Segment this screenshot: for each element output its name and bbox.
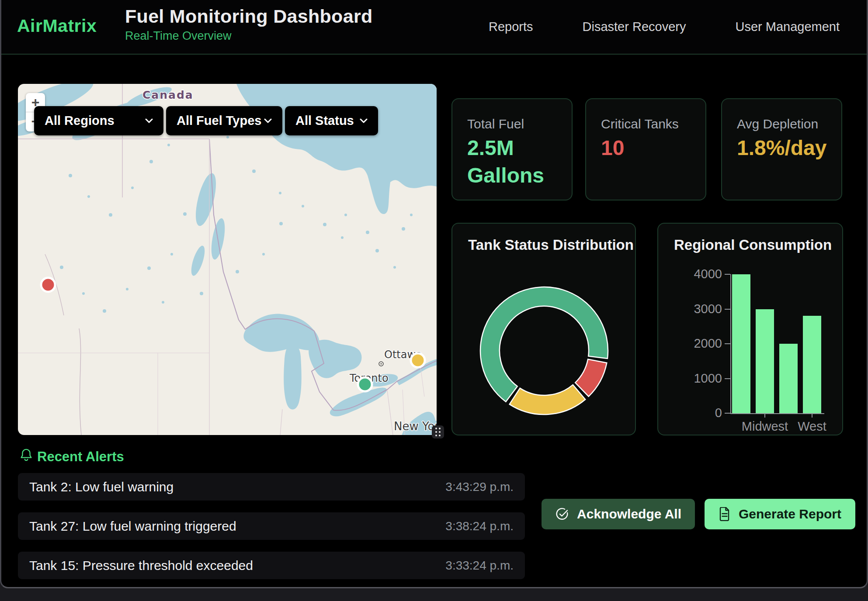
alert-message: Tank 15: Pressure threshold exceeded — [29, 552, 253, 579]
region-filter-select[interactable]: All Regions — [34, 106, 163, 135]
y-tick-label: 1000 — [678, 371, 722, 386]
donut-chart — [452, 224, 637, 435]
bar — [732, 274, 750, 413]
hudson-bay-water — [236, 84, 437, 214]
stat-label: Total Fuel — [467, 117, 524, 131]
generate-report-button[interactable]: Generate Report — [705, 499, 855, 529]
alert-row[interactable]: Tank 15: Pressure threshold exceeded 3:3… — [18, 552, 525, 579]
drag-handle-icon[interactable] — [432, 425, 444, 439]
bar — [756, 309, 774, 414]
brand-logo: AirMatrix — [17, 16, 97, 36]
stat-card-critical-tanks: Critical Tanks 10 — [585, 98, 706, 200]
dashboard-root: AirMatrix Fuel Monitoring Dashboard Real… — [0, 0, 868, 588]
title-block: Fuel Monitoring Dashboard Real-Time Over… — [125, 6, 372, 43]
bell-icon — [20, 448, 33, 462]
page-title: Fuel Monitoring Dashboard — [125, 6, 372, 27]
stat-label: Avg Depletion — [737, 117, 818, 131]
lake-erie — [330, 388, 387, 417]
nav-item-reports[interactable]: Reports — [489, 20, 533, 34]
header: AirMatrix Fuel Monitoring Dashboard Real… — [1, 0, 867, 55]
generate-report-label: Generate Report — [739, 507, 841, 522]
map-label-canada: Canada — [142, 89, 194, 101]
alert-message: Tank 27: Low fuel warning triggered — [29, 512, 236, 540]
y-tick-label: 0 — [678, 406, 722, 420]
acknowledge-all-label: Acknowledge All — [577, 507, 681, 522]
lake-michigan — [284, 345, 302, 410]
acknowledge-all-button[interactable]: Acknowledge All — [542, 499, 695, 529]
alert-timestamp: 3:38:24 p.m. — [445, 512, 514, 540]
chart-title: Tank Status Distribution — [468, 237, 634, 253]
nav-item-user-management[interactable]: User Management — [735, 20, 840, 34]
y-tick — [725, 378, 730, 379]
stat-value: 1.8%/day — [737, 134, 820, 162]
y-tick — [725, 343, 730, 344]
x-axis-line — [730, 413, 824, 414]
x-tick — [812, 414, 812, 418]
tank-marker-critical[interactable] — [41, 278, 55, 292]
x-tick — [764, 414, 765, 418]
chevron-down-icon — [264, 118, 272, 124]
stat-label: Critical Tanks — [601, 117, 679, 131]
alert-row[interactable]: Tank 2: Low fuel warning 3:43:29 p.m. — [18, 473, 525, 501]
tank-status-chart-card: Tank Status Distribution — [451, 223, 636, 435]
tank-marker-normal[interactable] — [358, 377, 372, 391]
stat-card-total-fuel: Total Fuel 2.5M Gallons — [451, 98, 573, 200]
alert-row[interactable]: Tank 27: Low fuel warning triggered 3:38… — [18, 512, 525, 540]
stat-card-avg-depletion: Avg Depletion 1.8%/day — [721, 98, 842, 200]
y-tick-label: 4000 — [678, 267, 722, 281]
fuel-type-filter-value: All Fuel Types — [177, 114, 261, 128]
bar — [779, 344, 798, 413]
capital-city-icon — [379, 362, 383, 366]
main-nav: Reports Disaster Recovery User Managemen… — [489, 0, 840, 54]
tank-map[interactable]: Canada Ottawa Toronto New York + − All R… — [18, 84, 437, 435]
status-filter-select[interactable]: All Status — [285, 106, 378, 135]
stat-value: 10 — [601, 134, 624, 162]
regional-consumption-chart-card: Regional Consumption 01000200030004000Mi… — [657, 223, 843, 435]
nav-item-disaster-recovery[interactable]: Disaster Recovery — [583, 20, 686, 34]
fuel-type-filter-select[interactable]: All Fuel Types — [166, 106, 282, 135]
donut-segment — [510, 385, 585, 414]
y-tick — [725, 413, 730, 414]
y-tick-label: 3000 — [678, 302, 722, 316]
alert-timestamp: 3:33:24 p.m. — [445, 552, 514, 579]
bar-chart: 01000200030004000MidwestWest — [658, 224, 842, 435]
lake-superior — [243, 314, 319, 352]
region-filter-value: All Regions — [45, 114, 115, 128]
bar — [803, 316, 821, 413]
map-label-new-york: New York — [394, 420, 437, 433]
tank-marker-warning[interactable] — [411, 353, 425, 367]
alerts-section-title: Recent Alerts — [37, 449, 124, 465]
y-tick — [725, 309, 730, 310]
y-axis-line — [730, 274, 731, 414]
file-text-icon — [719, 507, 731, 521]
x-tick-label: West — [777, 419, 847, 434]
y-tick-label: 2000 — [678, 336, 722, 351]
alert-timestamp: 3:43:29 p.m. — [445, 473, 514, 501]
donut-segment — [575, 359, 607, 396]
basemap: Canada Ottawa Toronto New York — [18, 84, 437, 435]
page-subtitle: Real-Time Overview — [125, 29, 372, 43]
y-tick — [725, 274, 730, 275]
stat-value: 2.5M Gallons — [467, 134, 550, 189]
chevron-down-icon — [360, 118, 368, 124]
chevron-down-icon — [145, 118, 153, 124]
alert-message: Tank 2: Low fuel warning — [29, 473, 174, 501]
status-filter-value: All Status — [295, 114, 354, 128]
map-filters: All Regions All Fuel Types All Status — [34, 106, 378, 135]
circle-check-icon — [555, 507, 569, 521]
